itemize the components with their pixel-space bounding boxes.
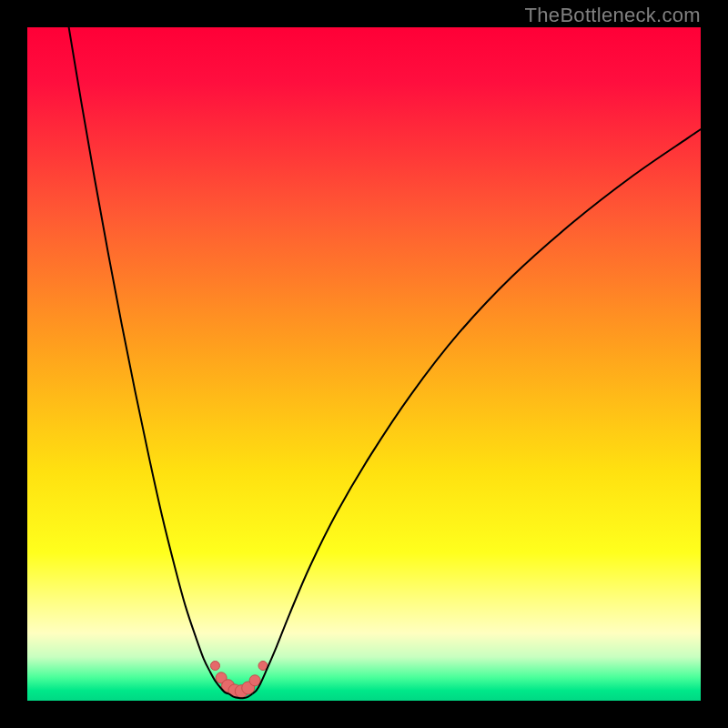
curve-left-branch: [67, 27, 229, 694]
valley-dots: [210, 662, 268, 698]
plot-area: [27, 27, 701, 701]
chart-stage: TheBottleneck.com: [0, 0, 728, 728]
curve-layer: [27, 27, 701, 701]
valley-dot: [249, 675, 260, 686]
valley-dot: [210, 662, 219, 671]
attribution-text: TheBottleneck.com: [525, 4, 701, 27]
curve-right-branch: [252, 125, 701, 693]
